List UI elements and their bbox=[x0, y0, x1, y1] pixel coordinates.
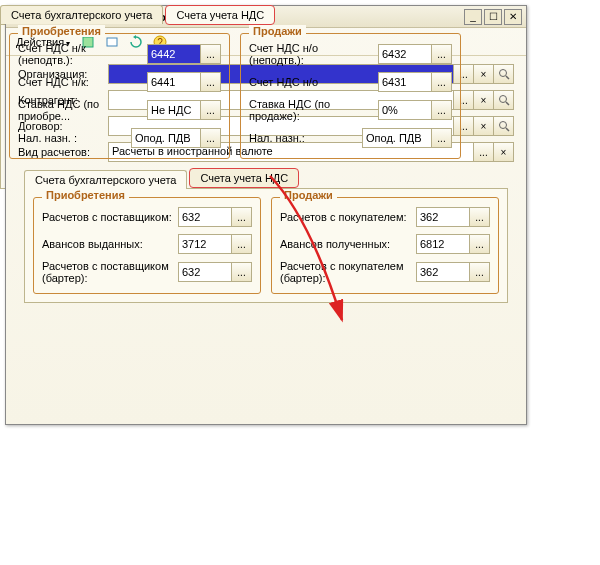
sale-r2-label: Авансов полученных: bbox=[280, 238, 416, 250]
acq-r2-label: Авансов выданных: bbox=[42, 238, 178, 250]
ellipsis-button[interactable]: ... bbox=[470, 234, 490, 254]
tab-accounting[interactable]: Счета бухгалтерского учета bbox=[24, 170, 187, 189]
tab-accounting[interactable]: Счета бухгалтерского учета bbox=[0, 5, 163, 24]
clear-button[interactable]: × bbox=[474, 90, 494, 110]
clear-button[interactable]: × bbox=[474, 64, 494, 84]
svg-point-7 bbox=[499, 122, 506, 129]
sale-r2-input[interactable] bbox=[416, 234, 470, 254]
clear-button[interactable]: × bbox=[474, 116, 494, 136]
acq-nds-r3-input[interactable] bbox=[147, 100, 201, 120]
ellipsis-button[interactable]: ... bbox=[201, 72, 221, 92]
ellipsis-button[interactable]: ... bbox=[201, 44, 221, 64]
ellipsis-button[interactable]: ... bbox=[201, 100, 221, 120]
acq-nds-r3-label: Ставка НДС (по приобре... bbox=[18, 98, 147, 122]
sale-r1-input[interactable] bbox=[416, 207, 470, 227]
acq-r1-input[interactable] bbox=[178, 207, 232, 227]
ellipsis-button[interactable]: ... bbox=[470, 262, 490, 282]
maximize-button[interactable]: ☐ bbox=[484, 9, 502, 25]
svg-point-6 bbox=[499, 96, 506, 103]
ellipsis-button[interactable]: ... bbox=[474, 142, 494, 162]
group-title: Приобретения bbox=[18, 25, 105, 37]
ellipsis-button[interactable]: ... bbox=[232, 207, 252, 227]
ellipsis-button[interactable]: ... bbox=[201, 128, 221, 148]
group-acquisitions-nds: Приобретения Счет НДС н/к (неподтв.):...… bbox=[9, 33, 230, 159]
tab-panel: Приобретения Расчетов с поставщиком:... … bbox=[24, 188, 508, 303]
close-button[interactable]: ✕ bbox=[504, 9, 522, 25]
tab-nds[interactable]: Счета учета НДС bbox=[189, 168, 299, 188]
acq-nds-r2-label: Счет НДС н/к: bbox=[18, 76, 147, 88]
sale-nds-r2-label: Счет НДС н/о bbox=[249, 76, 378, 88]
lookup-icon[interactable] bbox=[494, 90, 514, 110]
acq-nds-r4-input[interactable] bbox=[131, 128, 201, 148]
sale-r3-input[interactable] bbox=[416, 262, 470, 282]
acq-r3-label: Расчетов с поставщиком (бартер): bbox=[42, 260, 178, 284]
acq-nds-r4-label: Нал. назн. : bbox=[18, 132, 131, 144]
acq-nds-r2-input[interactable] bbox=[147, 72, 201, 92]
lookup-icon[interactable] bbox=[494, 64, 514, 84]
group-acquisitions: Приобретения Расчетов с поставщиком:... … bbox=[33, 197, 261, 294]
sale-nds-r1-label: Счет НДС н/о (неподтв.): bbox=[249, 42, 378, 66]
sale-nds-r1-input[interactable] bbox=[378, 44, 432, 64]
group-sales-nds: Продажи Счет НДС н/о (неподтв.):... Счет… bbox=[240, 33, 461, 159]
svg-point-5 bbox=[499, 70, 506, 77]
tabbar: Счета бухгалтерского учета Счета учета Н… bbox=[0, 4, 470, 24]
ellipsis-button[interactable]: ... bbox=[232, 234, 252, 254]
lookup-icon[interactable] bbox=[494, 116, 514, 136]
sale-nds-r2-input[interactable] bbox=[378, 72, 432, 92]
sale-nds-r4-input[interactable] bbox=[362, 128, 432, 148]
ellipsis-button[interactable]: ... bbox=[432, 44, 452, 64]
acq-r2-input[interactable] bbox=[178, 234, 232, 254]
sale-nds-r3-label: Ставка НДС (по продаже): bbox=[249, 98, 378, 122]
ellipsis-button[interactable]: ... bbox=[470, 207, 490, 227]
acq-nds-r1-input[interactable] bbox=[147, 44, 201, 64]
acq-r1-label: Расчетов с поставщиком: bbox=[42, 211, 178, 223]
clear-button[interactable]: × bbox=[494, 142, 514, 162]
sale-nds-r3-input[interactable] bbox=[378, 100, 432, 120]
tab-nds[interactable]: Счета учета НДС bbox=[165, 5, 275, 25]
group-title: Приобретения bbox=[42, 189, 129, 201]
ellipsis-button[interactable]: ... bbox=[232, 262, 252, 282]
sale-r1-label: Расчетов с покупателем: bbox=[280, 211, 416, 223]
ellipsis-button[interactable]: ... bbox=[432, 128, 452, 148]
ellipsis-button[interactable]: ... bbox=[432, 100, 452, 120]
group-sales: Продажи Расчетов с покупателем:... Аванс… bbox=[271, 197, 499, 294]
sale-nds-r4-label: Нал. назн.: bbox=[249, 132, 362, 144]
tabbar: Счета бухгалтерского учета Счета учета Н… bbox=[24, 168, 514, 188]
acq-r3-input[interactable] bbox=[178, 262, 232, 282]
sale-r3-label: Расчетов с покупателем (бартер): bbox=[280, 260, 416, 284]
acq-nds-r1-label: Счет НДС н/к (неподтв.): bbox=[18, 42, 147, 66]
group-title: Продажи bbox=[280, 189, 337, 201]
ellipsis-button[interactable]: ... bbox=[432, 72, 452, 92]
group-title: Продажи bbox=[249, 25, 306, 37]
